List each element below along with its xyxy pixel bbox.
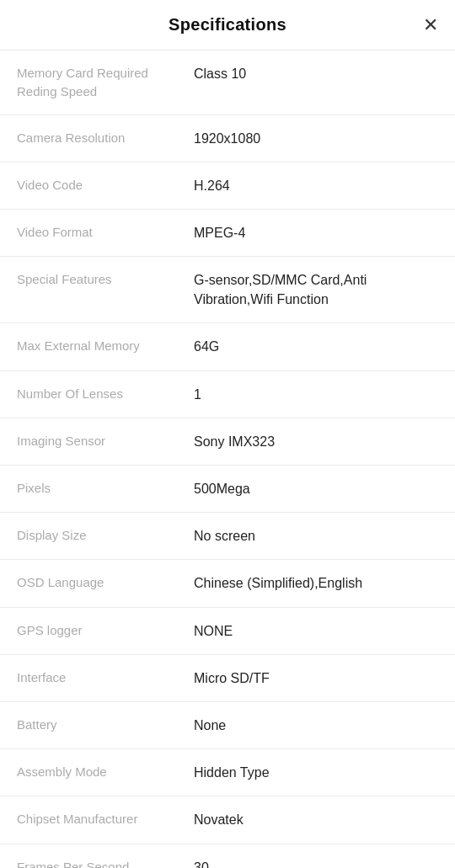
table-row: Video FormatMPEG-4 [0, 210, 455, 257]
spec-label: Interface [17, 668, 194, 687]
spec-value: Class 10 [194, 64, 438, 83]
spec-value: None [194, 716, 438, 735]
table-row: Imaging SensorSony IMX323 [0, 418, 455, 466]
close-button[interactable]: ✕ [423, 16, 438, 35]
spec-label: Memory Card Required Reding Speed [17, 64, 194, 101]
spec-value: 1 [194, 385, 438, 404]
spec-value: H.264 [194, 176, 438, 195]
spec-label: Pixels [17, 479, 194, 498]
table-row: Frames Per Second30 [0, 844, 455, 869]
table-row: InterfaceMicro SD/TF [0, 655, 455, 702]
spec-label: Frames Per Second [17, 858, 194, 869]
table-row: Memory Card Required Reding SpeedClass 1… [0, 51, 455, 115]
spec-value: NONE [194, 621, 438, 641]
table-row: OSD LanguageChinese (Simplified),English [0, 560, 455, 607]
spec-value: 500Mega [194, 479, 438, 498]
spec-value: Sony IMX323 [194, 432, 438, 451]
spec-value: MPEG-4 [194, 223, 438, 242]
table-row: Number Of Lenses1 [0, 371, 455, 418]
modal-title: Specifications [169, 15, 286, 35]
table-row: Camera Resolution1920x1080 [0, 115, 455, 162]
modal-header: Specifications ✕ [0, 0, 455, 51]
spec-value: G-sensor,SD/MMC Card,Anti Vibration,Wifi… [194, 270, 438, 309]
spec-label: Camera Resolution [17, 129, 194, 147]
table-row: Special FeaturesG-sensor,SD/MMC Card,Ant… [0, 257, 455, 323]
spec-value: Novatek [194, 810, 438, 829]
spec-value: No screen [194, 526, 438, 546]
spec-label: Video Format [17, 223, 194, 242]
spec-label: Assembly Mode [17, 763, 194, 781]
table-row: GPS loggerNONE [0, 608, 455, 655]
spec-value: 30 [194, 858, 438, 869]
table-row: Chipset ManufacturerNovatek [0, 796, 455, 844]
spec-value: 1920x1080 [194, 129, 438, 148]
spec-label: Chipset Manufacturer [17, 810, 194, 828]
spec-label: Special Features [17, 270, 194, 289]
table-row: BatteryNone [0, 702, 455, 749]
table-row: Assembly ModeHidden Type [0, 749, 455, 796]
table-row: Pixels500Mega [0, 466, 455, 513]
spec-label: Number Of Lenses [17, 385, 194, 403]
table-row: Display SizeNo screen [0, 513, 455, 560]
specifications-modal: Specifications ✕ Memory Card Required Re… [0, 0, 455, 868]
spec-label: Imaging Sensor [17, 432, 194, 450]
spec-label: OSD Language [17, 573, 194, 592]
table-row: Max External Memory64G [0, 323, 455, 370]
spec-value: Chinese (Simplified),English [194, 573, 438, 593]
spec-value: Hidden Type [194, 763, 438, 782]
spec-table: Memory Card Required Reding SpeedClass 1… [0, 51, 455, 868]
table-row: Video CodeH.264 [0, 162, 455, 210]
spec-label: GPS logger [17, 621, 194, 640]
spec-value: 64G [194, 337, 438, 356]
spec-label: Max External Memory [17, 337, 194, 355]
spec-value: Micro SD/TF [194, 668, 438, 688]
spec-label: Display Size [17, 526, 194, 545]
spec-label: Battery [17, 716, 194, 734]
spec-label: Video Code [17, 176, 194, 194]
